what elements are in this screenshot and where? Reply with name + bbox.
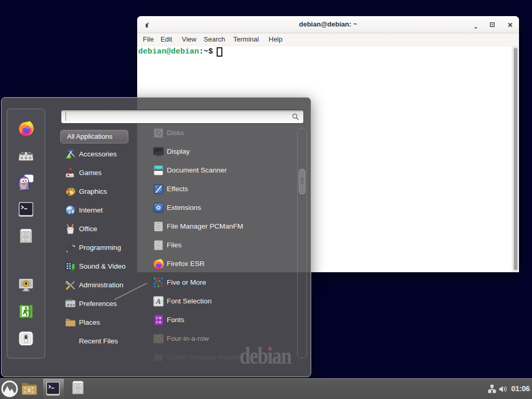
svg-text:A: A <box>155 298 161 305</box>
svg-text:a: a <box>156 320 158 324</box>
svg-text:a: a <box>159 320 161 324</box>
